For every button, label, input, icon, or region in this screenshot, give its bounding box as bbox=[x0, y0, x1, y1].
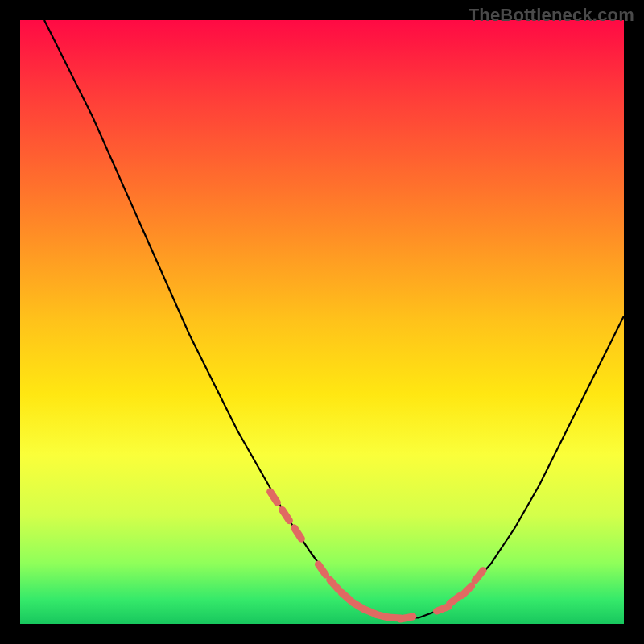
highlight-dot bbox=[318, 564, 325, 575]
highlight-dot bbox=[295, 528, 302, 539]
highlight-dot bbox=[437, 606, 449, 611]
highlight-dots bbox=[270, 492, 483, 619]
highlight-dot bbox=[462, 586, 471, 595]
highlight-dot bbox=[330, 580, 339, 589]
highlight-dot bbox=[450, 596, 460, 604]
highlight-dot bbox=[341, 592, 351, 601]
watermark-text: TheBottleneck.com bbox=[469, 5, 634, 26]
highlight-dot bbox=[400, 617, 413, 619]
bottleneck-curve bbox=[44, 20, 624, 618]
highlight-dot bbox=[270, 492, 278, 502]
chart-svg bbox=[20, 20, 624, 624]
highlight-dot bbox=[475, 571, 483, 580]
highlight-dot bbox=[283, 510, 290, 520]
